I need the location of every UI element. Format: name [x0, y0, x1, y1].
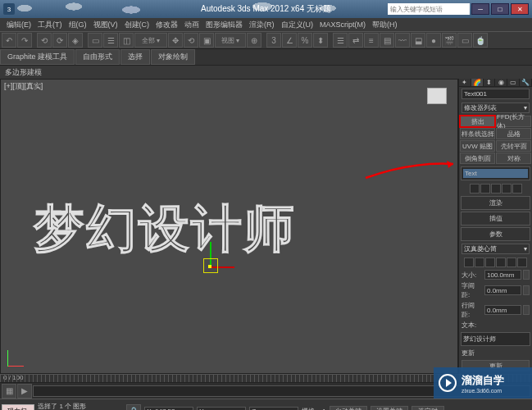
menu-graph[interactable]: 图形编辑器: [202, 20, 246, 30]
maximize-button[interactable]: □: [491, 3, 509, 15]
coord-z[interactable]: Z:: [249, 407, 298, 411]
modifier-ffd[interactable]: FFD(长方体): [496, 116, 531, 127]
viewcube[interactable]: [425, 88, 449, 112]
align-center-icon[interactable]: [496, 257, 506, 267]
redo-button[interactable]: ↷: [17, 33, 32, 48]
select-region-button[interactable]: ◫: [119, 33, 134, 48]
viewport[interactable]: [+][顶][真实] 梦幻设计师: [0, 79, 458, 374]
modifier-bevel[interactable]: 倒角剖面: [460, 153, 495, 164]
minimize-button[interactable]: ─: [471, 3, 489, 15]
setkey-button[interactable]: 设置关键: [371, 406, 408, 411]
coord-x[interactable]: X: 647.52m: [144, 407, 193, 411]
mirror-button[interactable]: ⇄: [348, 33, 363, 48]
align-button[interactable]: ≡: [364, 33, 379, 48]
schematic-button[interactable]: ⬓: [411, 33, 425, 48]
select-button[interactable]: ▭: [88, 33, 102, 48]
menu-group[interactable]: 组(G): [66, 20, 90, 30]
kerning-spinner[interactable]: 0.0mm: [484, 285, 521, 295]
track-mini-2[interactable]: ▶: [17, 384, 32, 399]
ribbon-tab-selection[interactable]: 选择: [120, 49, 150, 65]
track-mini-1[interactable]: ▦: [2, 384, 16, 399]
spinner-snap-button[interactable]: ⬍: [313, 33, 328, 48]
link-button[interactable]: ⟲: [37, 33, 52, 48]
gizmo-origin[interactable]: [208, 265, 211, 268]
tab-motion[interactable]: ◉: [495, 79, 507, 86]
filter-dropdown[interactable]: 全部 ▾: [134, 33, 167, 48]
modifier-shell[interactable]: 壳转平面: [496, 140, 531, 152]
layers-button[interactable]: ▤: [380, 33, 394, 48]
select-name-button[interactable]: ☰: [103, 33, 118, 48]
modifier-spline-select[interactable]: 样条线选择: [460, 128, 495, 139]
menu-view[interactable]: 视图(V): [90, 20, 121, 30]
angle-snap-button[interactable]: ∠: [282, 33, 297, 48]
rollout-interp[interactable]: 插值: [461, 212, 530, 226]
rollout-render[interactable]: 渲染: [461, 196, 530, 210]
render-frame-button[interactable]: ▭: [457, 33, 472, 48]
modifier-uvw[interactable]: UVW 贴图: [460, 140, 495, 152]
tab-utilities[interactable]: 🔧: [520, 79, 532, 86]
pin-stack-icon[interactable]: [470, 184, 480, 194]
render-setup-button[interactable]: 🎬: [442, 33, 457, 48]
snap-button[interactable]: 3: [266, 33, 281, 48]
tab-display[interactable]: ▭: [507, 79, 520, 86]
size-spin-buttons[interactable]: [523, 270, 530, 280]
tab-modify[interactable]: 🌈: [471, 79, 484, 86]
tab-hierarchy[interactable]: ⬍: [484, 79, 496, 86]
configure-icon[interactable]: [512, 184, 522, 194]
font-dropdown[interactable]: 汉真菱心简▾: [462, 244, 530, 254]
ribbon-tab-paint[interactable]: 对象绘制: [151, 49, 195, 65]
menu-render[interactable]: 渲染(R): [246, 20, 278, 30]
menu-create[interactable]: 创建(C): [121, 20, 153, 30]
refsys-dropdown[interactable]: 视图 ▾: [215, 33, 246, 48]
move-button[interactable]: ✥: [168, 33, 183, 48]
underline-icon[interactable]: [475, 257, 484, 267]
autokey-button[interactable]: 自动关键: [330, 406, 367, 411]
remove-icon[interactable]: [502, 184, 512, 194]
coord-y[interactable]: Y:: [197, 407, 246, 411]
ribbon-sub-label[interactable]: 多边形建模: [5, 67, 42, 78]
rollout-params[interactable]: 参数: [461, 227, 530, 241]
leading-spinner[interactable]: 0.0mm: [484, 305, 521, 315]
align-justify-icon[interactable]: [517, 257, 527, 267]
show-result-icon[interactable]: [480, 184, 490, 194]
transform-gizmo[interactable]: [202, 252, 234, 285]
ribbon-tab-freeform[interactable]: 自由形式: [75, 49, 120, 65]
menu-modifiers[interactable]: 修改器: [152, 20, 181, 30]
unlink-button[interactable]: ⟳: [52, 33, 67, 48]
help-search-input[interactable]: [388, 3, 470, 15]
app-logo[interactable]: 3: [3, 3, 15, 15]
menu-tools[interactable]: 工具(T): [34, 20, 66, 30]
viewport-label[interactable]: [+][顶][真实]: [4, 81, 43, 92]
menu-edit[interactable]: 编辑(E): [3, 20, 34, 30]
menu-help[interactable]: 帮助(H): [369, 20, 401, 30]
percent-snap-button[interactable]: %: [298, 33, 312, 48]
lock-icon[interactable]: 🔒: [126, 404, 141, 411]
menu-customize[interactable]: 自定义(U): [278, 20, 317, 30]
rotate-button[interactable]: ⟲: [184, 33, 198, 48]
modifier-lattice[interactable]: 晶格: [496, 128, 531, 139]
tab-create[interactable]: ✦: [459, 79, 471, 86]
ribbon-tab-graphite[interactable]: Graphite 建模工具: [0, 49, 75, 65]
kerning-spin-buttons[interactable]: [523, 285, 530, 295]
modifier-stack[interactable]: Text: [461, 166, 530, 180]
menu-maxscript[interactable]: MAXScript(M): [316, 20, 369, 29]
align-right-icon[interactable]: [507, 257, 516, 267]
render-button[interactable]: 🍵: [473, 33, 488, 48]
italic-icon[interactable]: [464, 257, 474, 267]
selected-filter[interactable]: 选定对: [412, 406, 444, 411]
curve-editor-button[interactable]: 〰: [395, 33, 410, 48]
modifier-extrude[interactable]: 挤出: [460, 116, 495, 127]
align-left-icon[interactable]: [485, 257, 495, 267]
bind-button[interactable]: ◈: [68, 33, 83, 48]
scale-button[interactable]: ▣: [199, 33, 214, 48]
text-input[interactable]: 梦幻设计师: [461, 332, 530, 346]
text-object[interactable]: 梦幻设计师: [34, 194, 296, 263]
modifier-symmetry[interactable]: 对称: [496, 153, 531, 164]
named-sel-button[interactable]: ☰: [333, 33, 348, 48]
unique-icon[interactable]: [491, 184, 501, 194]
close-button[interactable]: ✕: [511, 3, 529, 15]
object-name-input[interactable]: [462, 89, 530, 99]
stack-item-text[interactable]: Text: [463, 169, 528, 178]
leading-spin-buttons[interactable]: [523, 305, 530, 315]
undo-button[interactable]: ↶: [2, 33, 16, 48]
